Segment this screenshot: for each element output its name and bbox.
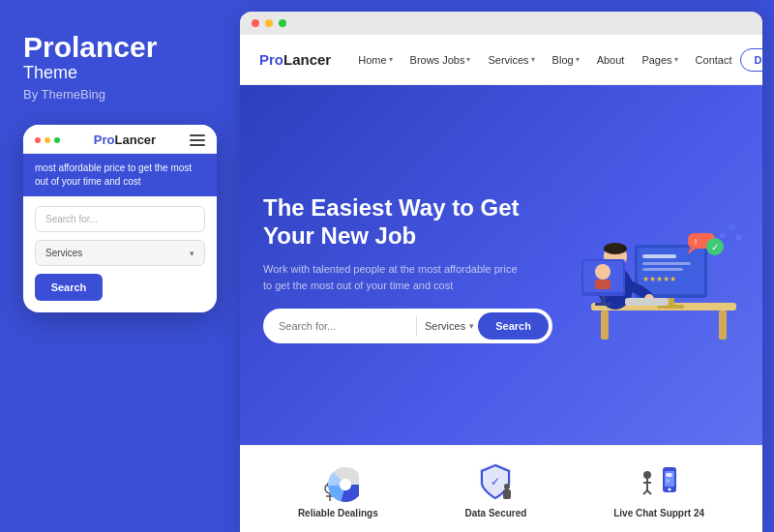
mobile-top-bar: ProLancer bbox=[23, 125, 217, 154]
mobile-select-label: Services bbox=[45, 248, 82, 258]
desktop-logo-pro: Pro bbox=[259, 51, 283, 68]
mobile-logo-lancer: Lancer bbox=[115, 133, 157, 147]
feature-data-secured: ✓ Data Secured bbox=[464, 459, 526, 518]
nav-contact[interactable]: Contact bbox=[688, 50, 740, 70]
hero-section: The Easiest Way to Get Your New Job Work… bbox=[240, 85, 762, 445]
svg-rect-2 bbox=[719, 310, 727, 340]
desktop-nav: ProLancer Home ▾ Brows Jobs ▾ Services ▾… bbox=[240, 35, 762, 85]
browser-dot-green bbox=[279, 19, 286, 27]
svg-point-49 bbox=[669, 488, 671, 491]
hero-search-bar: Services ▾ Search bbox=[263, 309, 552, 343]
nav-services[interactable]: Services ▾ bbox=[480, 50, 542, 70]
svg-text:!: ! bbox=[695, 237, 698, 247]
hero-subtitle: Work with talented people at the most af… bbox=[263, 261, 524, 293]
svg-rect-50 bbox=[666, 473, 672, 477]
brand-title: Prolancer bbox=[23, 31, 217, 63]
svg-point-40 bbox=[504, 484, 510, 489]
hero-search-input[interactable] bbox=[279, 320, 412, 332]
dot-red bbox=[35, 137, 41, 143]
feature-reliable-dealings: Reliable Dealings bbox=[298, 459, 378, 518]
svg-point-13 bbox=[604, 243, 627, 254]
svg-rect-27 bbox=[729, 223, 735, 230]
mobile-search-input[interactable]: Search for... bbox=[35, 206, 205, 232]
nav-links: Home ▾ Brows Jobs ▾ Services ▾ Blog ▾ Ab… bbox=[350, 50, 739, 70]
svg-text:✓: ✓ bbox=[491, 475, 500, 488]
pages-chevron: ▾ bbox=[674, 55, 678, 64]
brand-subtitle: Theme bbox=[23, 63, 217, 83]
mobile-window-dots bbox=[35, 137, 60, 143]
nav-blog[interactable]: Blog ▾ bbox=[545, 50, 587, 70]
brand-by: By ThemeBing bbox=[23, 87, 217, 102]
hamburger-line-3 bbox=[190, 144, 205, 146]
feature-data-secured-label: Data Secured bbox=[464, 508, 526, 518]
shield-icon: ✓ bbox=[474, 459, 517, 502]
brows-jobs-chevron: ▾ bbox=[466, 55, 470, 64]
browser-dot-red bbox=[252, 19, 259, 27]
svg-rect-20 bbox=[601, 296, 606, 304]
mobile-hero-text: most affordable price to get the most ou… bbox=[23, 154, 217, 196]
svg-rect-5 bbox=[642, 254, 676, 258]
feature-live-chat: Live Chat Supprt 24 bbox=[613, 459, 704, 518]
nav-brows-jobs[interactable]: Brows Jobs ▾ bbox=[402, 50, 479, 70]
svg-rect-28 bbox=[720, 233, 725, 238]
svg-rect-6 bbox=[642, 262, 691, 265]
svg-rect-51 bbox=[666, 479, 670, 483]
dot-green bbox=[54, 137, 60, 143]
svg-rect-41 bbox=[503, 489, 511, 499]
svg-rect-21 bbox=[595, 303, 611, 306]
hero-right: ★★★★★ bbox=[552, 112, 746, 426]
svg-line-45 bbox=[647, 490, 651, 494]
mobile-services-select[interactable]: Services ▾ bbox=[35, 240, 205, 266]
mobile-logo-pro: Pro bbox=[94, 133, 115, 147]
hero-left: The Easiest Way to Get Your New Job Work… bbox=[263, 112, 552, 426]
feature-reliable-dealings-label: Reliable Dealings bbox=[298, 508, 378, 518]
hero-title: The Easiest Way to Get Your New Job bbox=[263, 194, 534, 251]
nav-pages[interactable]: Pages ▾ bbox=[634, 50, 685, 70]
svg-rect-15 bbox=[625, 298, 669, 306]
nav-home[interactable]: Home ▾ bbox=[350, 50, 400, 70]
features-bar: Reliable Dealings ✓ Data Secured bbox=[240, 445, 762, 532]
browser-content: ProLancer Home ▾ Brows Jobs ▾ Services ▾… bbox=[240, 35, 762, 532]
desktop-logo-lancer: Lancer bbox=[283, 51, 331, 68]
browser-mockup: ProLancer Home ▾ Brows Jobs ▾ Services ▾… bbox=[240, 12, 762, 532]
mobile-search-button[interactable]: Search bbox=[35, 274, 103, 301]
mobile-mockup: ProLancer most affordable price to get t… bbox=[23, 125, 217, 312]
dot-yellow bbox=[45, 137, 50, 143]
search-divider bbox=[416, 316, 417, 336]
hero-search-button[interactable]: Search bbox=[478, 312, 549, 340]
svg-rect-1 bbox=[601, 310, 609, 340]
svg-point-42 bbox=[643, 471, 651, 479]
chat-icon bbox=[638, 459, 680, 502]
feature-live-chat-label: Live Chat Supprt 24 bbox=[613, 508, 704, 518]
mobile-select-chevron: ▾ bbox=[190, 249, 194, 258]
browser-dot-yellow bbox=[265, 19, 273, 27]
brand-block: Prolancer Theme By ThemeBing bbox=[23, 31, 217, 102]
svg-rect-19 bbox=[595, 280, 610, 289]
hero-select-label: Services bbox=[425, 320, 465, 332]
hamburger-line-1 bbox=[190, 134, 205, 136]
mobile-search-section: Search for... Services ▾ Search bbox=[23, 196, 217, 312]
svg-point-18 bbox=[595, 264, 610, 280]
svg-text:★★★★★: ★★★★★ bbox=[642, 275, 676, 283]
services-chevron: ▾ bbox=[531, 55, 535, 64]
hamburger-icon[interactable] bbox=[190, 134, 205, 146]
chart-icon bbox=[316, 459, 359, 502]
nav-about[interactable]: About bbox=[589, 50, 633, 70]
svg-text:✓: ✓ bbox=[711, 242, 719, 252]
hero-illustration: ★★★★★ bbox=[552, 187, 746, 351]
hamburger-line-2 bbox=[190, 139, 205, 141]
svg-point-38 bbox=[340, 479, 351, 490]
hero-select-chevron: ▾ bbox=[469, 321, 474, 331]
desktop-logo: ProLancer bbox=[259, 51, 331, 68]
dashboard-button[interactable]: Dashboard bbox=[740, 48, 762, 72]
browser-chrome bbox=[240, 12, 762, 35]
svg-rect-7 bbox=[642, 268, 683, 271]
blog-chevron: ▾ bbox=[576, 55, 580, 64]
home-chevron: ▾ bbox=[389, 55, 393, 64]
mobile-logo: ProLancer bbox=[94, 133, 156, 147]
left-panel: Prolancer Theme By ThemeBing ProLancer m… bbox=[0, 0, 240, 532]
hero-services-select[interactable]: Services ▾ bbox=[421, 320, 478, 332]
svg-rect-29 bbox=[736, 235, 741, 240]
